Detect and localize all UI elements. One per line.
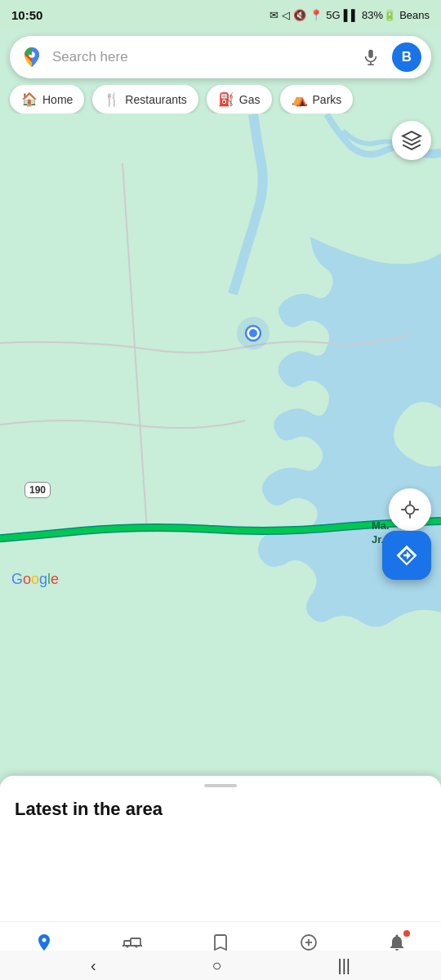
search-bar[interactable]: Search here B: [10, 36, 431, 78]
svg-point-17: [127, 945, 129, 947]
gas-icon: ⛽: [218, 91, 234, 107]
svg-rect-15: [124, 941, 131, 946]
svg-rect-12: [368, 50, 373, 58]
navigation-fab[interactable]: [382, 531, 431, 580]
layers-icon: [401, 130, 422, 151]
search-placeholder[interactable]: Search here: [52, 49, 356, 65]
home-icon: 🏠: [21, 91, 38, 107]
filter-label-home: Home: [42, 93, 73, 106]
layer-toggle-button[interactable]: [392, 121, 431, 160]
filter-label-parks: Parks: [313, 93, 342, 106]
road-number: 190: [29, 484, 46, 496]
google-letter-g2: g: [39, 571, 47, 587]
google-maps-logo: [20, 45, 44, 69]
gesture-bar: ‹ ○ |||: [0, 951, 441, 980]
directions-icon: [394, 543, 419, 568]
restaurants-icon: 🍴: [104, 91, 120, 107]
filter-label-restaurants: Restaurants: [125, 93, 186, 106]
mic-button[interactable]: [356, 42, 385, 72]
google-letter-o1: o: [23, 571, 31, 587]
filter-chip-restaurants[interactable]: 🍴 Restaurants: [92, 85, 198, 114]
google-letter-e: e: [51, 571, 59, 587]
svg-text:Ma.: Ma.: [372, 519, 390, 532]
carrier-label: Beans: [399, 9, 430, 21]
notification-dot: [403, 930, 410, 937]
status-bar: 10:50 ✉ ◁ 🔇 📍 5G ▌▌ 83%🔋 Beans: [0, 0, 441, 29]
signal-bars: ▌▌: [344, 9, 359, 21]
road-badge: 190: [24, 482, 51, 498]
mail-icon: ✉: [270, 9, 278, 21]
network-label: 5G: [326, 9, 340, 21]
parks-icon: ⛺: [292, 91, 308, 107]
battery-label: 83%🔋: [362, 9, 396, 21]
status-icons: ✉ ◁ 🔇 📍 5G ▌▌ 83%🔋 Beans: [270, 9, 430, 21]
google-letter-o2: o: [31, 571, 39, 587]
svg-point-5: [249, 329, 257, 337]
svg-point-18: [136, 945, 138, 947]
svg-point-6: [406, 506, 415, 514]
home-button[interactable]: ○: [212, 956, 221, 975]
quick-filters: 🏠 Home 🍴 Restaurants ⛽ Gas ⛺ Parks: [0, 85, 441, 114]
my-location-button[interactable]: [389, 488, 431, 531]
avatar-initial: B: [402, 49, 412, 65]
filter-label-gas: Gas: [239, 93, 261, 106]
filter-chip-gas[interactable]: ⛽ Gas: [207, 85, 272, 114]
map-area[interactable]: Ma. Jr. 190 Google: [0, 0, 441, 784]
google-letter-g: G: [11, 571, 23, 587]
google-logo: Google: [11, 571, 59, 588]
user-avatar[interactable]: B: [392, 42, 421, 72]
mute-icon: 🔇: [293, 9, 306, 21]
mic-icon: [362, 48, 380, 66]
filter-chip-home[interactable]: 🏠 Home: [10, 85, 84, 114]
svg-rect-16: [131, 938, 140, 946]
back-button[interactable]: ‹: [91, 956, 96, 975]
sheet-handle: [204, 784, 237, 787]
sheet-title: Latest in the area: [0, 799, 441, 820]
recent-apps-button[interactable]: |||: [337, 956, 350, 975]
signal-icon: ◁: [282, 9, 290, 21]
status-time: 10:50: [11, 8, 42, 22]
crosshair-icon: [399, 499, 421, 520]
location-icon: 📍: [310, 9, 323, 21]
filter-chip-parks[interactable]: ⛺ Parks: [280, 85, 354, 114]
bottom-sheet[interactable]: Latest in the area: [0, 776, 441, 921]
